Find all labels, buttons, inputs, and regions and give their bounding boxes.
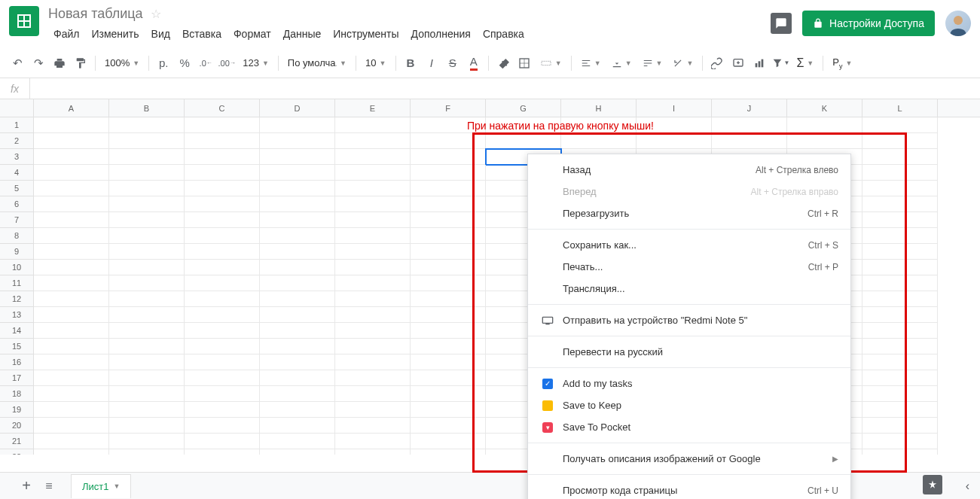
cell-F2[interactable] (411, 133, 486, 149)
row-header-17[interactable]: 17 (0, 370, 34, 386)
ctx-item[interactable]: Трансляция... (528, 278, 850, 300)
cell-F10[interactable] (411, 260, 486, 275)
cell-A15[interactable] (34, 339, 109, 354)
cell-E13[interactable] (335, 307, 411, 323)
cell-F22[interactable] (411, 449, 486, 455)
row-header-22[interactable]: 22 (0, 449, 34, 455)
cell-D14[interactable] (260, 323, 335, 339)
row-header-18[interactable]: 18 (0, 386, 34, 402)
cell-A4[interactable] (34, 165, 109, 181)
cell-D21[interactable] (260, 434, 335, 449)
cell-C11[interactable] (185, 275, 260, 291)
row-header-6[interactable]: 6 (0, 196, 34, 212)
cell-L15[interactable] (862, 339, 938, 354)
cell-F15[interactable] (411, 339, 486, 354)
menu-addons[interactable]: Дополнения (406, 25, 476, 43)
cell-E15[interactable] (335, 339, 411, 354)
cell-D4[interactable] (260, 165, 335, 181)
cell-F5[interactable] (411, 181, 486, 196)
col-header-F[interactable]: F (411, 99, 486, 117)
cell-L9[interactable] (862, 244, 938, 260)
cell-C22[interactable] (185, 449, 260, 455)
add-sheet-button[interactable]: + (15, 475, 38, 497)
cell-B13[interactable] (109, 307, 185, 323)
italic-button[interactable]: I (422, 53, 441, 73)
zoom-dropdown[interactable]: 100%▼ (100, 53, 144, 73)
cell-D20[interactable] (260, 418, 335, 434)
menu-tools[interactable]: Инструменты (328, 25, 404, 43)
menu-format[interactable]: Формат (228, 25, 276, 43)
cell-L10[interactable] (862, 260, 938, 275)
cell-C7[interactable] (185, 212, 260, 228)
cell-C12[interactable] (185, 291, 260, 307)
cell-J1[interactable] (712, 117, 787, 133)
number-format-dropdown[interactable]: 123▼ (238, 53, 273, 73)
ctx-item[interactable]: Отправить на устройство "Redmi Note 5" (528, 309, 850, 331)
cell-L7[interactable] (862, 212, 938, 228)
cell-F19[interactable] (411, 402, 486, 418)
ctx-item[interactable]: ПерезагрузитьCtrl + R (528, 202, 850, 224)
col-header-H[interactable]: H (561, 99, 637, 117)
cell-A2[interactable] (34, 133, 109, 149)
merge-button[interactable]: ▼ (536, 53, 566, 73)
cell-A6[interactable] (34, 196, 109, 212)
cell-L3[interactable] (862, 149, 938, 165)
cell-D15[interactable] (260, 339, 335, 354)
cell-A14[interactable] (34, 323, 109, 339)
cell-F21[interactable] (411, 434, 486, 449)
strikethrough-button[interactable]: S (443, 53, 463, 73)
cell-L17[interactable] (862, 370, 938, 386)
cell-E6[interactable] (335, 196, 411, 212)
sheets-logo[interactable] (9, 6, 39, 36)
cell-F3[interactable] (411, 149, 486, 165)
cell-A16[interactable] (34, 354, 109, 370)
cell-D8[interactable] (260, 228, 335, 244)
col-header-J[interactable]: J (712, 99, 787, 117)
cell-B16[interactable] (109, 354, 185, 370)
cell-F8[interactable] (411, 228, 486, 244)
cell-A5[interactable] (34, 181, 109, 196)
cell-A8[interactable] (34, 228, 109, 244)
cell-C15[interactable] (185, 339, 260, 354)
row-header-16[interactable]: 16 (0, 354, 34, 370)
cell-B14[interactable] (109, 323, 185, 339)
ctx-item[interactable]: Печать...Ctrl + P (528, 256, 850, 278)
cell-E1[interactable] (335, 117, 411, 133)
cell-D18[interactable] (260, 386, 335, 402)
cell-E2[interactable] (335, 133, 411, 149)
cell-E11[interactable] (335, 275, 411, 291)
row-header-20[interactable]: 20 (0, 418, 34, 434)
row-header-3[interactable]: 3 (0, 149, 34, 165)
cell-A22[interactable] (34, 449, 109, 455)
cell-A11[interactable] (34, 275, 109, 291)
side-panel-toggle[interactable]: ‹ (966, 479, 969, 493)
cell-B12[interactable] (109, 291, 185, 307)
cell-L20[interactable] (862, 418, 938, 434)
cell-K1[interactable] (787, 117, 862, 133)
cell-D19[interactable] (260, 402, 335, 418)
cell-C9[interactable] (185, 244, 260, 260)
cell-E9[interactable] (335, 244, 411, 260)
borders-button[interactable] (514, 53, 534, 73)
cell-K2[interactable] (787, 133, 862, 149)
cell-C13[interactable] (185, 307, 260, 323)
cell-A12[interactable] (34, 291, 109, 307)
row-header-2[interactable]: 2 (0, 133, 34, 149)
ctx-item[interactable]: Просмотр кода страницыCtrl + U (528, 479, 850, 499)
cell-D11[interactable] (260, 275, 335, 291)
cell-L2[interactable] (862, 133, 938, 149)
cell-E5[interactable] (335, 181, 411, 196)
cell-A17[interactable] (34, 370, 109, 386)
bold-button[interactable]: B (401, 53, 420, 73)
valign-button[interactable]: ▼ (607, 53, 637, 73)
fill-color-button[interactable] (493, 53, 513, 73)
cell-L4[interactable] (862, 165, 938, 181)
doc-title[interactable]: Новая таблица (48, 6, 143, 22)
cell-E10[interactable] (335, 260, 411, 275)
share-button[interactable]: Настройки Доступа (802, 11, 935, 36)
menu-insert[interactable]: Вставка (177, 25, 227, 43)
cell-C20[interactable] (185, 418, 260, 434)
script-button[interactable]: Ру▼ (828, 53, 856, 73)
cell-A21[interactable] (34, 434, 109, 449)
cell-D12[interactable] (260, 291, 335, 307)
